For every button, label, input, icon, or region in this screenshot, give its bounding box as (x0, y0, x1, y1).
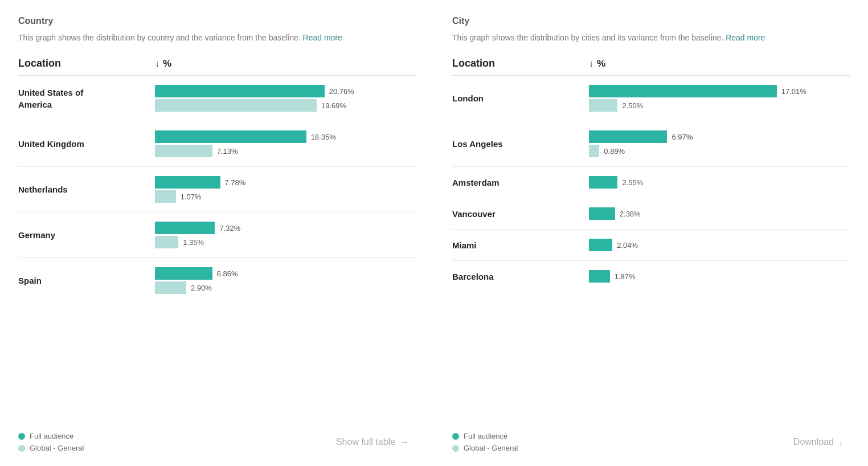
secondary-bar-row: 1.07% (155, 190, 416, 203)
country-description-text: This graph shows the distribution by cou… (18, 33, 303, 42)
legend-full-audience: Full audience (18, 432, 84, 440)
primary-bar (155, 85, 325, 97)
country-panel-description: This graph shows the distribution by cou… (18, 32, 416, 44)
city-panel: City This graph shows the distribution b… (434, 0, 868, 466)
city-bars-cell: 1.87% (589, 270, 850, 283)
country-read-more-link[interactable]: Read more (303, 33, 342, 42)
legend-global-label: Global - General (464, 444, 518, 452)
table-row: Los Angeles 6.97% 0.89% (452, 121, 850, 167)
legend-dot-secondary (18, 445, 25, 452)
primary-bar-label: 6.86% (217, 269, 245, 278)
legend-dot-primary (452, 433, 459, 440)
legend-dot-primary (18, 433, 25, 440)
primary-bar (589, 130, 667, 143)
table-row: Netherlands 7.78% 1.07% (18, 167, 416, 212)
city-table-body: London 17.01% 2.50% Los Angeles 6.97% (452, 76, 850, 418)
country-bars-cell: 18.35% 7.13% (155, 130, 416, 157)
arrow-right-icon: → (400, 437, 409, 447)
country-location-cell: United Kingdom (18, 138, 155, 150)
city-location-cell: Miami (452, 239, 589, 251)
secondary-bar-row: 1.35% (155, 236, 416, 248)
legend-global-label: Global - General (30, 444, 84, 452)
primary-bar (589, 176, 617, 189)
table-row: United Kingdom 18.35% 7.13% (18, 121, 416, 167)
primary-bar (589, 239, 612, 251)
secondary-bar-label: 0.89% (604, 147, 632, 156)
city-location-cell: Barcelona (452, 271, 589, 283)
secondary-bar (589, 145, 599, 157)
city-read-more-link[interactable]: Read more (726, 33, 765, 42)
table-row: Miami 2.04% (452, 230, 850, 261)
city-bars-cell: 17.01% 2.50% (589, 85, 850, 112)
secondary-bar-row: 7.13% (155, 145, 416, 157)
secondary-bar-label: 7.13% (217, 147, 245, 156)
legend-dot-secondary (452, 445, 459, 452)
country-table-body: United States ofAmerica 20.76% 19.69% Un… (18, 76, 416, 418)
country-location-cell: Germany (18, 229, 155, 241)
primary-bar-row: 17.01% (589, 85, 850, 97)
primary-bar-label: 18.35% (311, 133, 339, 141)
legend-full-audience-label: Full audience (30, 432, 73, 440)
primary-bar-row: 1.87% (589, 270, 850, 283)
country-bars-cell: 6.86% 2.90% (155, 267, 416, 294)
primary-bar-label: 7.32% (219, 224, 248, 232)
primary-bar-label: 2.55% (622, 178, 650, 187)
city-location-header: Location (452, 58, 589, 70)
show-full-table-button[interactable]: Show full table → (329, 432, 416, 452)
city-bars-cell: 2.04% (589, 239, 850, 251)
arrow-down-icon: ↓ (838, 437, 843, 447)
primary-bar-row: 2.38% (589, 207, 850, 220)
country-location-cell: United States ofAmerica (18, 87, 155, 111)
city-location-cell: Vancouver (452, 208, 589, 220)
country-location-cell: Spain (18, 275, 155, 287)
secondary-bar-label: 2.90% (191, 284, 219, 292)
table-row: London 17.01% 2.50% (452, 76, 850, 121)
primary-bar (589, 207, 615, 220)
primary-bar-label: 1.87% (615, 272, 643, 281)
primary-bar-row: 2.55% (589, 176, 850, 189)
table-row: Amsterdam 2.55% (452, 167, 850, 198)
secondary-bar (155, 236, 178, 248)
secondary-bar-row: 2.50% (589, 99, 850, 112)
secondary-bar-label: 2.50% (622, 101, 650, 110)
secondary-bar (155, 281, 186, 294)
secondary-bar (155, 99, 317, 112)
download-button[interactable]: Download ↓ (787, 432, 850, 452)
legend-global: Global - General (18, 444, 84, 452)
secondary-bar (589, 99, 617, 112)
sort-down-icon[interactable]: ↓ (589, 59, 593, 69)
city-bars-cell: 6.97% 0.89% (589, 130, 850, 157)
country-bars-cell: 7.32% 1.35% (155, 222, 416, 248)
country-panel-footer: Full audience Global - General Show full… (18, 423, 416, 452)
download-label: Download (793, 437, 834, 447)
city-location-cell: Los Angeles (452, 138, 589, 150)
sort-down-icon[interactable]: ↓ (155, 59, 159, 69)
primary-bar-row: 6.97% (589, 130, 850, 143)
primary-bar-row: 7.78% (155, 176, 416, 189)
city-bars-cell: 2.38% (589, 207, 850, 220)
country-percent-header: ↓ % (155, 58, 416, 70)
primary-bar (155, 267, 212, 280)
primary-bar-label: 2.38% (620, 210, 648, 218)
country-legend: Full audience Global - General (18, 432, 84, 452)
country-location-cell: Netherlands (18, 183, 155, 195)
city-panel-description: This graph shows the distribution by cit… (452, 32, 850, 44)
city-location-cell: Amsterdam (452, 177, 589, 189)
secondary-bar-label: 19.69% (321, 101, 350, 110)
country-panel-title: Country (18, 16, 416, 26)
secondary-bar-row: 2.90% (155, 281, 416, 294)
country-bars-cell: 20.76% 19.69% (155, 85, 416, 112)
primary-bar-row: 18.35% (155, 130, 416, 143)
primary-bar-row: 20.76% (155, 85, 416, 97)
primary-bar (155, 176, 220, 189)
country-table-header: Location ↓ % (18, 58, 416, 76)
show-full-table-label: Show full table (336, 437, 395, 447)
secondary-bar-label: 1.35% (183, 238, 211, 247)
table-row: Germany 7.32% 1.35% (18, 212, 416, 258)
primary-bar (589, 270, 610, 283)
secondary-bar (155, 190, 176, 203)
legend-global: Global - General (452, 444, 518, 452)
secondary-bar-label: 1.07% (181, 193, 209, 201)
table-row: United States ofAmerica 20.76% 19.69% (18, 76, 416, 121)
primary-bar-label: 6.97% (672, 133, 700, 141)
